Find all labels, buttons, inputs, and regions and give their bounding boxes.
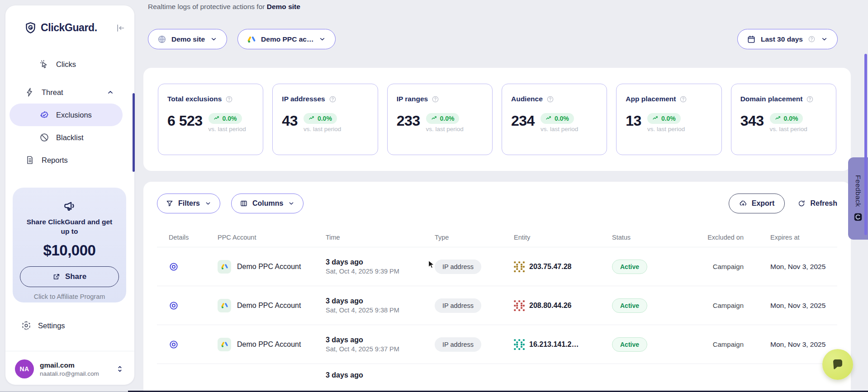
columns-button[interactable]: Columns [231,194,304,213]
column-header-details: Details [157,233,205,241]
date-range-selector[interactable]: Last 30 days [737,29,838,49]
share-button-label: Share [65,272,86,281]
user-email: naatali.ro@gmail.com [40,370,99,377]
google-ads-icon [218,260,231,274]
brand-name: ClickGuard. [41,22,97,34]
help-icon[interactable] [225,95,233,103]
ppc-account-name: Demo PPC Account [237,302,301,310]
help-icon[interactable] [808,35,816,43]
view-details-icon[interactable] [169,301,179,311]
sidebar-item-clicks[interactable]: Clicks [5,53,134,76]
help-icon[interactable] [329,95,337,103]
time-exact: Sat, Oct 4, 2025 9:37 PM [326,345,429,353]
stat-value: 6 523 [167,113,203,129]
stat-value: 234 [511,113,535,129]
feedback-chat-icon [853,212,863,222]
megaphone-icon [63,199,76,213]
trend-badge: 0.0% [541,113,574,124]
stat-caption: vs. last period [304,126,341,132]
affiliate-promo-card[interactable]: Share ClickGuard and get up to $10,000 S… [13,188,126,302]
columns-icon [240,199,248,208]
status-badge: Active [612,260,647,274]
sidebar-collapse-icon[interactable] [115,23,125,33]
chat-launcher-button[interactable] [822,349,853,380]
stat-app-placement: App placement 13 0.0% vs. last period [616,84,721,155]
refresh-button[interactable]: Refresh [797,194,837,213]
view-details-icon[interactable] [169,340,179,349]
sidebar-item-label: Threat [42,88,63,97]
subtitle-text: Realtime logs of protective actions for [148,3,267,10]
trend-badge: 0.0% [426,113,460,124]
page-scrollbar[interactable] [864,54,867,235]
site-selector[interactable]: Demo site [148,29,227,49]
google-ads-icon [247,35,256,44]
excluded-on-value: Campaign [691,263,755,270]
chevron-down-icon [204,200,212,207]
filters-button[interactable]: Filters [157,194,220,213]
sidebar-item-exclusions[interactable]: Exclusions [9,104,123,126]
ban-icon [39,132,49,142]
columns-label: Columns [252,199,283,208]
trend-up-icon [545,115,552,122]
user-account[interactable]: NA gmail.com naatali.ro@gmail.com [5,351,134,378]
status-badge: Active [612,298,647,313]
expires-at-value: Mon, Nov 3, 2025 [755,302,837,310]
share-button[interactable]: Share [20,266,119,287]
type-chip: IP address [435,298,481,313]
help-icon[interactable] [679,95,687,103]
time-exact: Sat, Oct 4, 2025 9:39 PM [326,268,429,275]
promo-text: Share ClickGuard and get up to [20,217,119,236]
help-icon[interactable] [432,95,439,103]
column-header-type: Type [429,233,506,241]
stat-label: Domain placement [740,95,803,103]
sidebar-item-blacklist[interactable]: Blacklist [5,126,134,149]
stat-label: IP addresses [282,95,325,103]
table-header-row: Details PPC Account Time Type Entity Sta… [157,233,837,247]
chevron-down-icon [821,35,828,43]
gear-icon [21,321,31,331]
account-switcher-icon[interactable] [115,364,124,373]
help-icon[interactable] [546,95,554,103]
expires-at-value: Mon, Nov 3, 2025 [755,340,837,349]
help-icon[interactable] [806,95,814,103]
sidebar-item-label: Settings [38,321,65,330]
avatar: NA [15,359,34,378]
calendar-icon [747,35,756,44]
sidebar-scrollbar[interactable] [133,93,135,172]
stat-caption: vs. last period [426,126,464,132]
chevron-up-icon[interactable] [106,88,114,96]
sidebar-item-settings[interactable]: Settings [5,314,134,337]
feedback-label: Feedback [854,175,862,207]
trend-up-icon [652,115,659,122]
page-subtitle: Realtime logs of protective actions for … [148,3,300,11]
view-details-icon[interactable] [169,262,179,272]
sidebar-item-threat[interactable]: Threat [5,81,134,104]
type-chip: IP address [435,337,481,352]
table-row: Demo PPC Account 3 days agoSat, Oct 4, 2… [157,286,837,325]
sidebar-item-reports[interactable]: Reports [5,149,134,171]
trend-badge: 0.0% [304,113,337,124]
filters-label: Filters [178,199,200,208]
ppc-account-selector-value: Demo PPC ac… [261,35,313,43]
column-header-ppc-account: PPC Account [205,233,320,241]
refresh-label: Refresh [810,199,837,208]
table-toolbar: Filters Columns Export Refresh [157,194,837,213]
column-header-time: Time [320,233,429,241]
export-button[interactable]: Export [729,194,785,213]
entity-value: 203.75.47.28 [529,263,571,271]
stat-value: 13 [626,113,641,129]
time-relative: 3 days ago [326,371,429,379]
ppc-account-selector[interactable]: Demo PPC ac… [237,29,336,49]
trend-up-icon [213,115,220,122]
click-cursor-icon [39,59,49,69]
date-range-value: Last 30 days [761,35,803,43]
google-ads-icon [218,338,231,351]
affiliate-link[interactable]: Click to Affiliate Program [20,293,119,300]
table-row: Demo PPC Account 3 days agoSat, Oct 4, 2… [157,325,837,364]
user-name: gmail.com [40,361,99,369]
sidebar-item-label: Clicks [56,60,76,69]
time-relative: 3 days ago [326,336,429,344]
chat-bubble-icon [831,358,844,371]
stat-domain-placement: Domain placement 343 0.0% vs. last perio… [731,84,836,155]
stat-label: App placement [626,95,676,103]
